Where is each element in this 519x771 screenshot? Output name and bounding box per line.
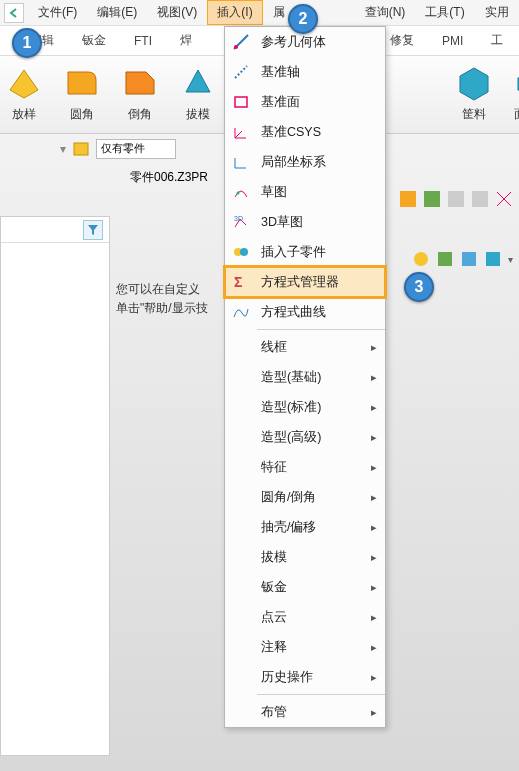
menu-item-label: 点云 [261,609,287,626]
tool-icon[interactable] [447,190,465,208]
sketch-icon [231,182,251,202]
view-toolbar [399,190,513,208]
menu-draft[interactable]: 拔模 [225,542,385,572]
menu-datum-axis[interactable]: 基准轴 [225,57,385,87]
svg-rect-10 [424,191,440,207]
menu-item-label: 造型(标准) [261,399,321,416]
menu-fillet-chamfer[interactable]: 圆角/倒角 [225,482,385,512]
hint-text: 您可以在自定义 单击"帮助/显示技 [116,280,208,318]
tool-icon[interactable] [423,190,441,208]
file-tab[interactable]: 零件006.Z3PR [130,169,208,186]
tree-panel [0,216,110,756]
chevron-down-icon[interactable]: ▾ [508,254,513,265]
menu-pointcloud[interactable]: 点云 [225,602,385,632]
menu-item-label: 注释 [261,639,287,656]
menu-shape-basic[interactable]: 造型(基础) [225,362,385,392]
ribbon-stock[interactable]: 筐料 [454,62,494,123]
tool-icon[interactable] [412,250,430,268]
menu-edit[interactable]: 编辑(E) [87,0,147,25]
chevron-down-icon[interactable]: ▾ [60,142,66,156]
ribbon-loft-label: 放样 [12,106,36,123]
tab-eng[interactable]: 工 [477,26,517,55]
menu-feature[interactable]: 特征 [225,452,385,482]
svg-point-13 [414,252,428,266]
filter-icon[interactable] [83,220,103,240]
menu-local-csys[interactable]: 局部坐标系 [225,147,385,177]
menu-file[interactable]: 文件(F) [28,0,87,25]
menu-item-label: 草图 [261,184,287,201]
menu-item-label: 特征 [261,459,287,476]
menu-item-label: 历史操作 [261,669,313,686]
menu-3dsketch[interactable]: 3D 3D草图 [225,207,385,237]
ribbon-faceoffset-label: 面偏移 [514,106,519,123]
menu-insert-subpart[interactable]: 插入子零件 [225,237,385,267]
local-csys-icon [231,152,251,172]
menu-item-label: 圆角/倒角 [261,489,316,506]
svg-text:3D: 3D [234,215,243,222]
tool-icon[interactable] [436,250,454,268]
hint-line2: 单击"帮助/显示技 [116,299,208,318]
tab-weld[interactable]: 焊 [166,26,206,55]
menu-wireframe[interactable]: 线框 [225,332,385,362]
ribbon-faceoffset[interactable]: 面偏移 [512,62,519,123]
menu-shell-offset[interactable]: 抽壳/偏移 [225,512,385,542]
part-filter-combo[interactable]: 仅有零件 [96,139,176,159]
menu-item-label: 基准轴 [261,64,300,81]
menubar: 文件(F) 编辑(E) 视图(V) 插入(I) 属 查询(N) 工具(T) 实用 [0,0,519,26]
menu-separator [257,694,385,695]
svg-point-21 [237,192,240,195]
svg-rect-11 [448,191,464,207]
ribbon-chamfer[interactable]: 倒角 [120,62,160,123]
menu-piping[interactable]: 布管 [225,697,385,727]
ribbon-stock-label: 筐料 [462,106,486,123]
menu-shape-standard[interactable]: 造型(标准) [225,392,385,422]
menu-item-label: 局部坐标系 [261,154,326,171]
menu-datum-plane[interactable]: 基准面 [225,87,385,117]
menu-view[interactable]: 视图(V) [147,0,207,25]
tool-icon[interactable] [460,250,478,268]
svg-point-24 [240,248,248,256]
menu-history[interactable]: 历史操作 [225,662,385,692]
menu-item-label: 基准面 [261,94,300,111]
menubar-back-arrow[interactable] [4,3,24,23]
svg-rect-14 [438,252,452,266]
tool-icon[interactable] [495,190,513,208]
menu-insert[interactable]: 插入(I) [207,0,262,25]
menu-equation-curve[interactable]: 方程式曲线 [225,297,385,327]
menu-query[interactable]: 查询(N) [355,0,416,25]
menu-item-label: 抽壳/偏移 [261,519,316,536]
svg-rect-9 [400,191,416,207]
callout-1: 1 [12,28,42,58]
tab-sheetmetal[interactable]: 钣金 [68,26,120,55]
ribbon-fillet-label: 圆角 [70,106,94,123]
menu-equation-manager[interactable]: Σ 方程式管理器 [225,267,385,297]
menu-shape-advanced[interactable]: 造型(高级) [225,422,385,452]
menu-item-label: 拔模 [261,549,287,566]
menu-annotation[interactable]: 注释 [225,632,385,662]
svg-marker-0 [10,70,38,98]
menu-item-label: 线框 [261,339,287,356]
svg-rect-12 [472,191,488,207]
history-icon[interactable] [72,140,90,158]
menu-item-label: 方程式管理器 [261,274,339,291]
tab-pmi[interactable]: PMI [428,28,477,54]
svg-rect-20 [235,97,247,107]
menu-datum-csys[interactable]: 基准CSYS [225,117,385,147]
menu-util[interactable]: 实用 [475,0,519,25]
menu-sketch[interactable]: 草图 [225,177,385,207]
menu-item-label: 3D草图 [261,214,303,231]
axis-icon [231,62,251,82]
menu-sheetmetal[interactable]: 钣金 [225,572,385,602]
tab-fti[interactable]: FTI [120,28,166,54]
tool-icon[interactable] [484,250,502,268]
ribbon-draft[interactable]: 拔模 [178,62,218,123]
ribbon-fillet[interactable]: 圆角 [62,62,102,123]
menu-item-label: 钣金 [261,579,287,596]
menu-tools[interactable]: 工具(T) [415,0,474,25]
svg-text:Σ: Σ [234,274,242,290]
tool-icon[interactable] [399,190,417,208]
ribbon-loft[interactable]: 放样 [4,62,44,123]
svg-marker-4 [460,68,488,100]
svg-rect-15 [462,252,476,266]
tool-icon[interactable] [471,190,489,208]
